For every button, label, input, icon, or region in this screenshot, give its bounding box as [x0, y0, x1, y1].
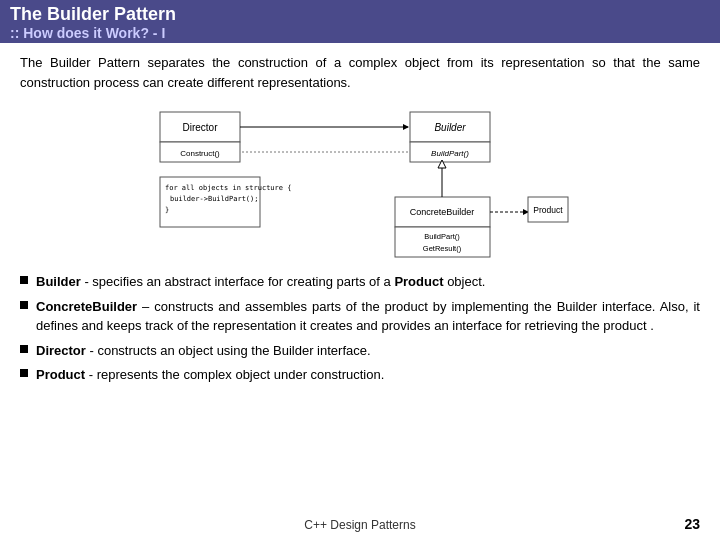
bullet-icon-3: [20, 345, 28, 353]
bullet-icon-1: [20, 276, 28, 284]
uml-diagram: Director Construct() for all objects in …: [150, 102, 570, 262]
bullet-label-director: Director: [36, 343, 86, 358]
bullet-item-concrete-builder: ConcreteBuilder – constructs and assembl…: [20, 297, 700, 336]
svg-text:GetResult(): GetResult(): [423, 244, 462, 253]
bullet-text-concrete-builder: ConcreteBuilder – constructs and assembl…: [36, 297, 700, 336]
svg-text:builder->BuildPart();: builder->BuildPart();: [170, 195, 259, 203]
uml-svg: Director Construct() for all objects in …: [150, 102, 570, 262]
diagram-container: Director Construct() for all objects in …: [20, 102, 700, 262]
svg-text:Builder: Builder: [434, 122, 466, 133]
bullet-text-product: Product - represents the complex object …: [36, 365, 700, 385]
bullet-icon-2: [20, 301, 28, 309]
header-subtitle: :: How does it Work? - I: [10, 25, 710, 41]
svg-text:BuildPart(): BuildPart(): [424, 232, 460, 241]
bullet-text-director: Director - constructs an object using th…: [36, 341, 700, 361]
bullet-item-director: Director - constructs an object using th…: [20, 341, 700, 361]
bullet-label-builder: Builder: [36, 274, 81, 289]
bullet-label-concrete: ConcreteBuilder: [36, 299, 137, 314]
svg-text:}: }: [165, 206, 169, 214]
bullet-list: Builder - specifies an abstract interfac…: [20, 272, 700, 385]
footer-center-text: C++ Design Patterns: [304, 518, 415, 532]
svg-text:ConcreteBuilder: ConcreteBuilder: [410, 207, 475, 217]
intro-paragraph: The Builder Pattern separates the constr…: [20, 53, 700, 92]
header-bar: The Builder Pattern :: How does it Work?…: [0, 0, 720, 43]
bullet-item-product: Product - represents the complex object …: [20, 365, 700, 385]
bullet-label-product: Product: [36, 367, 85, 382]
bullet-text-builder: Builder - specifies an abstract interfac…: [36, 272, 700, 292]
product-highlight-1: Product: [394, 274, 443, 289]
svg-text:for all objects in structure {: for all objects in structure {: [165, 184, 291, 192]
page-number: 23: [684, 516, 700, 532]
svg-text:Director: Director: [182, 122, 218, 133]
svg-text:Product: Product: [533, 205, 563, 215]
main-content: The Builder Pattern separates the constr…: [0, 43, 720, 394]
bullet-item-builder: Builder - specifies an abstract interfac…: [20, 272, 700, 292]
svg-text:Construct(): Construct(): [180, 149, 220, 158]
footer: C++ Design Patterns: [0, 518, 720, 532]
header-title: The Builder Pattern: [10, 4, 710, 25]
svg-text:BuildPart(): BuildPart(): [431, 149, 469, 158]
bullet-icon-4: [20, 369, 28, 377]
